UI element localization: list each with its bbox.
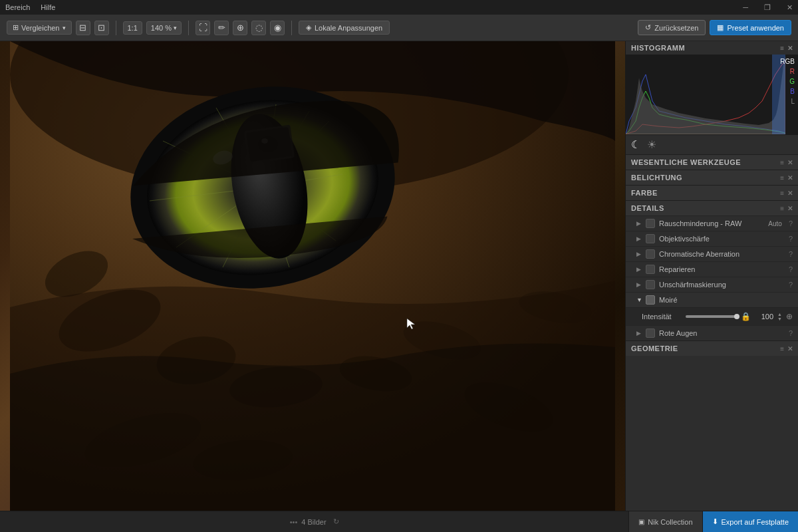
channel-rgb[interactable]: RGB [778,57,797,66]
expand-icon: ▶ [636,220,642,227]
pen-icon[interactable]: ✏ [214,21,229,35]
section-geometrie[interactable]: GEOMETRIE ≡ ✕ [626,340,798,356]
toggle-chromatisch[interactable] [646,249,655,259]
section-details-actions: ≡ ✕ [780,205,793,212]
intensity-thumb[interactable] [734,314,739,319]
cat-eye-svg [0,41,625,511]
farbe-close[interactable]: ✕ [787,190,793,197]
status-left: ••• 4 Bilder ↻ [0,517,628,526]
unschaerfe-help[interactable]: ? [789,281,793,289]
channel-b[interactable]: B [788,87,797,96]
layout-grid-icon[interactable]: ⊟ [76,21,90,35]
detail-item-reparieren[interactable]: ▶ Reparieren ? [626,261,798,277]
window-close[interactable]: ✕ [787,3,793,12]
intensity-row: Intensität 🔒 100 ▲ ▼ ⊕ [642,312,793,321]
section-belichtung[interactable]: BELICHTUNG ≡ ✕ [626,170,798,185]
detail-item-moire[interactable]: ▼ Moiré [626,292,798,307]
section-details[interactable]: DETAILS ≡ ✕ [626,200,798,215]
section-farbe-label: FARBE [631,189,658,197]
highlight-mode-icon[interactable]: ☀ [647,138,656,151]
details-close[interactable]: ✕ [787,205,793,212]
toggle-roteaugen[interactable] [646,329,655,338]
objektivschaerfe-label: Objektivschärfe [659,235,782,243]
toggle-objektivschaerfe[interactable] [646,234,655,243]
detail-item-objektivschaerfe[interactable]: ▶ Objektivschärfe ? [626,231,798,246]
layout-single-icon[interactable]: ⊡ [94,21,109,35]
nik-collection-button[interactable]: ▣ Nik Collection [629,511,702,533]
menu-hilfe[interactable]: Hilfe [41,3,55,11]
target-icon[interactable]: ⊕ [786,312,793,321]
reset-icon: ↺ [645,23,651,32]
intensity-arrows[interactable]: ▲ ▼ [777,312,782,321]
expand-icon-4: ▶ [636,266,642,273]
lock-icon[interactable]: 🔒 [741,312,751,321]
wesentliche-menu[interactable]: ≡ [780,159,784,166]
section-wesentliche-actions: ≡ ✕ [780,159,793,166]
wesentliche-close[interactable]: ✕ [787,159,793,166]
menu-bereich[interactable]: Bereich [5,3,30,11]
intensity-fill [686,315,737,318]
farbe-menu[interactable]: ≡ [780,190,784,197]
expand-icon-moire: ▼ [636,297,642,303]
rauschminderung-label: Rauschminderung - RAW [659,219,764,227]
refresh-icon[interactable]: ↻ [333,517,339,526]
crop-icon[interactable]: ⛶ [196,21,210,35]
rauschminderung-help[interactable]: ? [789,219,793,227]
reparieren-label: Reparieren [659,265,782,273]
compare-icon: ⊞ [13,23,19,32]
export-button[interactable]: ⬇ Export auf Festplatte [703,511,799,533]
expand-icon-rote: ▶ [636,330,642,336]
cat-image [0,41,625,511]
zoom-percent[interactable]: 140 % ▾ [146,21,182,35]
geometrie-close[interactable]: ✕ [787,345,793,352]
compare-label: Vergleichen [21,24,60,32]
details-menu[interactable]: ≡ [780,205,784,212]
eye-icon[interactable]: ◉ [270,21,285,35]
compare-chevron: ▾ [63,25,66,31]
shadow-mode-icon[interactable]: ☾ [631,138,640,151]
histogram-menu-icon[interactable]: ≡ [780,45,784,52]
channel-l[interactable]: L [789,97,797,106]
brush-icon[interactable]: ◌ [251,21,266,35]
section-wesentliche-label: WESENTLICHE WERKZEUGE [631,158,741,166]
section-belichtung-actions: ≡ ✕ [780,174,793,182]
local-adjustments-button[interactable]: ◈ Lokale Anpassungen [299,21,390,35]
section-wesentliche[interactable]: WESENTLICHE WERKZEUGE ≡ ✕ [626,154,798,170]
toggle-reparieren[interactable] [646,265,655,274]
belichtung-close[interactable]: ✕ [787,174,793,182]
histogram-actions: ≡ ✕ [780,45,793,52]
toggle-moire[interactable] [646,295,655,305]
histogram-close-icon[interactable]: ✕ [787,45,793,52]
window-minimize[interactable]: ─ [743,3,748,11]
histogram-canvas: RGB R G B L [626,55,798,134]
toggle-unschaerfe[interactable] [646,280,655,289]
zoom-ratio[interactable]: 1:1 [123,21,142,35]
image-area[interactable] [0,41,625,511]
roteaugen-help[interactable]: ? [789,329,793,337]
section-farbe[interactable]: FARBE ≡ ✕ [626,185,798,200]
stamp-icon[interactable]: ⊕ [233,21,247,35]
separator-3 [291,21,292,35]
roteaugen-label: Rote Augen [659,329,782,337]
geometrie-menu[interactable]: ≡ [780,345,784,352]
intensity-slider[interactable] [686,315,737,318]
objektivschaerfe-help[interactable]: ? [789,235,793,243]
moire-sub-panel: Intensität 🔒 100 ▲ ▼ ⊕ [626,307,798,325]
reparieren-help[interactable]: ? [789,265,793,273]
channel-g[interactable]: G [787,77,797,86]
channel-r[interactable]: R [788,67,797,76]
detail-item-unschaerfe[interactable]: ▶ Unschärfmaskierung ? [626,277,798,292]
toggle-rauschminderung[interactable] [646,219,655,228]
detail-item-roteaugen[interactable]: ▶ Rote Augen ? [626,325,798,340]
detail-item-rauschminderung[interactable]: ▶ Rauschminderung - RAW Auto ? [626,215,798,231]
detail-item-chromatisch[interactable]: ▶ Chromatische Aberration ? [626,246,798,261]
belichtung-menu[interactable]: ≡ [780,174,784,182]
compare-button[interactable]: ⊞ Vergleichen ▾ [7,21,72,35]
reset-button[interactable]: ↺ Zurücksetzen [638,20,706,35]
chromatisch-help[interactable]: ? [789,250,793,258]
window-restore[interactable]: ❐ [764,3,771,12]
preset-button[interactable]: ▦ Preset anwenden [710,20,791,35]
expand-icon-3: ▶ [636,251,642,257]
local-icon: ◈ [306,23,311,32]
chromatisch-label: Chromatische Aberration [659,250,782,258]
